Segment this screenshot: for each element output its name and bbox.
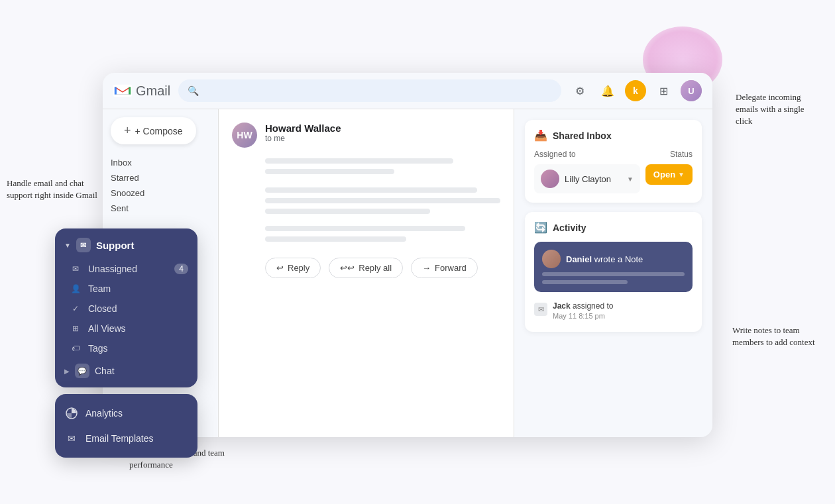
email-line-1: [265, 158, 453, 164]
user-initial-button[interactable]: k: [625, 80, 646, 101]
support-inbox-icon: ✉: [76, 238, 91, 252]
compose-plus-icon: +: [124, 124, 131, 138]
closed-label: Closed: [88, 303, 117, 314]
support-label: Support: [96, 240, 135, 251]
team-icon: 👤: [70, 283, 82, 295]
email-content: [232, 158, 500, 242]
activity-note-header: Daniel wrote a Note: [542, 250, 685, 268]
support-panel: ▼ ✉ Support ✉ Unassigned 4 👤 Team ✓ Clos…: [55, 228, 197, 387]
allviews-icon: ⊞: [70, 323, 82, 334]
activity-assigned-icon: ✉: [534, 303, 547, 316]
gmail-logo: Gmail: [113, 83, 170, 99]
chat-header[interactable]: ▶ 💬 Chat: [55, 364, 197, 378]
activity-note-line-1: [542, 272, 685, 276]
reply-all-icon: ↩↩: [340, 263, 355, 273]
topbar-icons: ⚙ 🔔 k ⊞ U: [569, 80, 702, 101]
assignee-name: Lilly Clayton: [565, 174, 622, 184]
status-chevron-icon: ▼: [678, 171, 685, 178]
unassigned-badge: 4: [174, 264, 188, 274]
email-header: HW Howard Wallace to me: [232, 123, 500, 148]
activity-section: 🔄 Activity Daniel wrote a Note ✉: [525, 212, 702, 332]
email-actions: ↩ Reply ↩↩ Reply all → Forward: [232, 258, 500, 278]
support-header: ▼ ✉ Support: [55, 238, 197, 259]
assignee-avatar: [541, 170, 559, 188]
shared-inbox-title: 📥 Shared Inbox: [534, 129, 693, 142]
allviews-label: All Views: [88, 323, 126, 334]
activity-note-avatar: [542, 250, 561, 268]
gmail-right-panel: 📥 Shared Inbox Assigned to Status Lilly …: [514, 109, 712, 437]
tags-icon: 🏷: [70, 342, 82, 354]
search-icon: 🔍: [188, 85, 199, 96]
gmail-search-bar[interactable]: 🔍: [178, 79, 561, 102]
assignee-chevron-icon: ▼: [627, 176, 634, 183]
search-input[interactable]: [204, 85, 552, 96]
avatar-circle: U: [681, 80, 702, 101]
gmail-title-text: Gmail: [136, 83, 170, 99]
shared-inbox-section: 📥 Shared Inbox Assigned to Status Lilly …: [525, 120, 702, 203]
analytics-icon: [64, 406, 79, 421]
analytics-item[interactable]: Analytics: [55, 401, 197, 426]
gmail-topbar: Gmail 🔍 ⚙ 🔔 k ⊞ U: [103, 73, 712, 109]
activity-note-line-2: [542, 280, 628, 284]
support-item-unassigned[interactable]: ✉ Unassigned 4: [55, 259, 197, 279]
avatar-button[interactable]: U: [681, 80, 702, 101]
closed-icon: ✓: [70, 303, 82, 315]
unassigned-icon: ✉: [70, 263, 82, 275]
sender-avatar: HW: [232, 123, 257, 148]
support-item-allviews[interactable]: ⊞ All Views: [55, 319, 197, 338]
support-item-closed[interactable]: ✓ Closed: [55, 299, 197, 319]
activity-note: Daniel wrote a Note: [534, 242, 693, 292]
compose-button[interactable]: + + Compose: [111, 117, 196, 144]
tags-label: Tags: [88, 343, 108, 354]
floating-sidebar: ▼ ✉ Support ✉ Unassigned 4 👤 Team ✓ Clos…: [55, 228, 197, 458]
activity-assigned-row: ✉ Jack assigned to May 11 8:15 pm: [534, 299, 693, 323]
reply-all-button[interactable]: ↩↩ Reply all: [329, 258, 403, 278]
email-line-3: [265, 187, 477, 193]
reply-all-label: Reply all: [359, 263, 392, 273]
status-column-label: Status: [670, 150, 693, 159]
email-templates-icon: ✉: [64, 431, 79, 446]
reply-label: Reply: [288, 263, 309, 273]
assignee-picker-wrap: Lilly Clayton ▼: [534, 164, 640, 193]
sidebar-item-sent[interactable]: Sent: [103, 201, 218, 216]
unassigned-label: Unassigned: [88, 264, 137, 274]
forward-button[interactable]: → Forward: [411, 258, 478, 278]
email-line-2: [265, 169, 394, 174]
email-meta: Howard Wallace to me: [265, 123, 500, 143]
team-label: Team: [88, 283, 111, 294]
settings-icon-button[interactable]: ⚙: [569, 80, 590, 101]
status-badge-text: Open: [653, 170, 675, 179]
status-badge[interactable]: Open ▼: [645, 164, 693, 185]
support-item-team[interactable]: 👤 Team: [55, 279, 197, 299]
forward-label: Forward: [435, 263, 467, 273]
sidebar-item-inbox[interactable]: Inbox: [103, 155, 218, 170]
support-item-tags[interactable]: 🏷 Tags: [55, 338, 197, 358]
shared-inbox-label: Shared Inbox: [553, 130, 612, 141]
gmail-m-logo-icon: [113, 83, 132, 98]
status-wrap: Open ▼: [645, 164, 693, 193]
activity-assigned-content: Jack assigned to May 11 8:15 pm: [553, 301, 613, 320]
assignee-picker[interactable]: Lilly Clayton ▼: [534, 164, 640, 193]
annotation-handle: Handle email and chat support right insi…: [7, 177, 99, 201]
activity-assigned-text: Jack assigned to: [553, 301, 613, 311]
email-line-7: [265, 236, 406, 242]
sidebar-item-starred[interactable]: Starred: [103, 170, 218, 185]
email-line-5: [265, 209, 430, 214]
notifications-icon-button[interactable]: 🔔: [597, 80, 618, 101]
email-templates-label: Email Templates: [85, 433, 153, 444]
apps-icon-button[interactable]: ⊞: [653, 80, 674, 101]
support-chevron-icon: ▼: [64, 242, 71, 249]
sidebar-item-snoozed[interactable]: Snoozed: [103, 185, 218, 201]
reply-button[interactable]: ↩ Reply: [265, 258, 321, 278]
annotation-delegate: Delegate incoming emails with a single c…: [736, 91, 822, 128]
assigned-to-label: Assigned to: [534, 150, 576, 159]
assignee-status-row: Lilly Clayton ▼ Open ▼: [534, 164, 693, 193]
compose-label: + Compose: [135, 126, 183, 136]
forward-icon: →: [422, 263, 431, 273]
chat-bubble-icon: 💬: [75, 364, 89, 378]
assigned-row: Assigned to Status: [534, 150, 693, 159]
reply-icon: ↩: [276, 263, 284, 273]
email-line-6: [265, 226, 465, 231]
activity-note-text: Daniel wrote a Note: [566, 254, 643, 264]
email-templates-item[interactable]: ✉ Email Templates: [55, 426, 197, 451]
